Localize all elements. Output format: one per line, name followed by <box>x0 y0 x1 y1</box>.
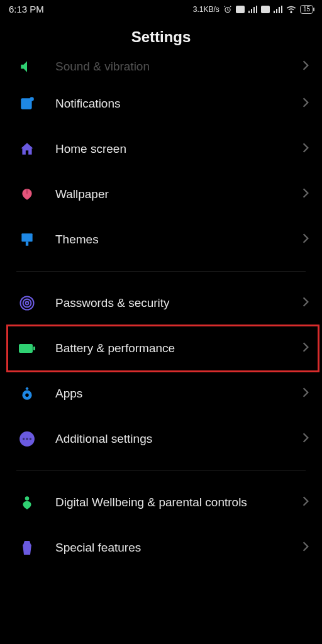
chevron-right-icon <box>302 60 309 74</box>
settings-item-label: Wallpaper <box>55 187 302 202</box>
svg-point-24 <box>23 438 25 440</box>
chevron-right-icon <box>302 496 309 509</box>
status-bar: 6:13 PM 3.1KB/s 15 <box>0 0 322 17</box>
settings-item-home-screen[interactable]: Home screen <box>0 126 322 172</box>
notifications-icon <box>16 93 38 114</box>
svg-point-18 <box>26 302 29 305</box>
settings-item-battery[interactable]: Battery & performance <box>0 326 322 371</box>
home-icon <box>16 138 38 160</box>
settings-item-label: Themes <box>55 232 302 247</box>
svg-rect-1 <box>236 6 245 13</box>
settings-item-label: Additional settings <box>55 431 302 447</box>
settings-item-label: Apps <box>55 386 302 401</box>
chevron-right-icon <box>302 97 309 111</box>
settings-item-sound[interactable]: Sound & vibration <box>0 56 322 81</box>
svg-point-27 <box>25 496 30 501</box>
chevron-right-icon <box>302 296 309 310</box>
wellbeing-icon <box>16 492 38 513</box>
svg-rect-8 <box>276 9 277 13</box>
chevron-right-icon <box>302 233 309 247</box>
page-header: Settings <box>0 17 322 61</box>
battery-pct: 15 <box>303 6 310 13</box>
svg-rect-20 <box>33 347 35 350</box>
chevron-right-icon <box>302 541 309 555</box>
svg-point-26 <box>30 438 31 440</box>
sound-icon <box>16 56 38 77</box>
settings-item-label: Sound & vibration <box>55 59 302 74</box>
chevron-right-icon <box>302 432 309 446</box>
chevron-right-icon <box>302 187 309 201</box>
settings-item-wallpaper[interactable]: Wallpaper <box>0 172 322 217</box>
section-divider <box>16 271 306 272</box>
settings-item-label: Home screen <box>55 142 302 157</box>
svg-rect-14 <box>21 233 32 242</box>
svg-rect-6 <box>261 6 270 13</box>
volte-icon-2 <box>261 6 270 13</box>
wifi-icon <box>286 6 296 13</box>
alarm-icon <box>223 5 232 14</box>
fingerprint-icon <box>16 292 38 314</box>
settings-item-additional[interactable]: Additional settings <box>0 416 322 462</box>
settings-item-themes[interactable]: Themes <box>0 217 322 262</box>
svg-point-11 <box>291 12 292 13</box>
special-icon <box>16 537 38 558</box>
settings-item-notifications[interactable]: Notifications <box>0 81 322 126</box>
svg-point-25 <box>26 438 28 440</box>
status-right: 3.1KB/s 15 <box>193 5 313 14</box>
section-divider <box>16 470 306 471</box>
status-netspeed: 3.1KB/s <box>193 5 219 14</box>
apps-icon <box>16 383 38 404</box>
svg-rect-9 <box>279 7 280 13</box>
settings-item-label: Special features <box>55 540 302 555</box>
battery-icon: 15 <box>300 5 313 14</box>
settings-item-passwords[interactable]: Passwords & security <box>0 280 322 326</box>
svg-rect-2 <box>248 11 250 13</box>
svg-point-17 <box>23 299 31 308</box>
settings-item-apps[interactable]: Apps <box>0 371 322 416</box>
svg-rect-5 <box>256 6 257 13</box>
page-title: Settings <box>0 28 322 46</box>
settings-item-special[interactable]: Special features <box>0 525 322 570</box>
settings-item-wellbeing[interactable]: Digital Wellbeing & parental controls <box>0 480 322 525</box>
settings-item-label: Passwords & security <box>55 296 302 311</box>
settings-item-label: Digital Wellbeing & parental controls <box>55 495 302 510</box>
status-time: 6:13 PM <box>9 4 44 14</box>
signal-icon-2 <box>274 6 282 13</box>
svg-rect-4 <box>253 7 255 13</box>
chevron-right-icon <box>302 142 309 156</box>
battery-icon <box>16 338 38 359</box>
volte-icon-1 <box>236 6 245 13</box>
svg-point-22 <box>25 393 28 396</box>
svg-rect-3 <box>251 9 252 13</box>
svg-rect-10 <box>281 6 282 13</box>
svg-rect-19 <box>19 344 33 353</box>
chevron-right-icon <box>302 341 309 355</box>
settings-list: Sound & vibration Notifications Home scr… <box>0 56 322 570</box>
wallpaper-icon <box>16 184 38 205</box>
chevron-right-icon <box>302 387 309 401</box>
svg-rect-7 <box>274 11 275 13</box>
settings-item-label: Battery & performance <box>55 341 302 356</box>
themes-icon <box>16 229 38 250</box>
signal-icon-1 <box>248 6 257 13</box>
svg-rect-15 <box>26 242 28 246</box>
settings-item-label: Notifications <box>55 96 302 111</box>
svg-point-13 <box>30 97 34 101</box>
more-icon <box>16 428 38 450</box>
